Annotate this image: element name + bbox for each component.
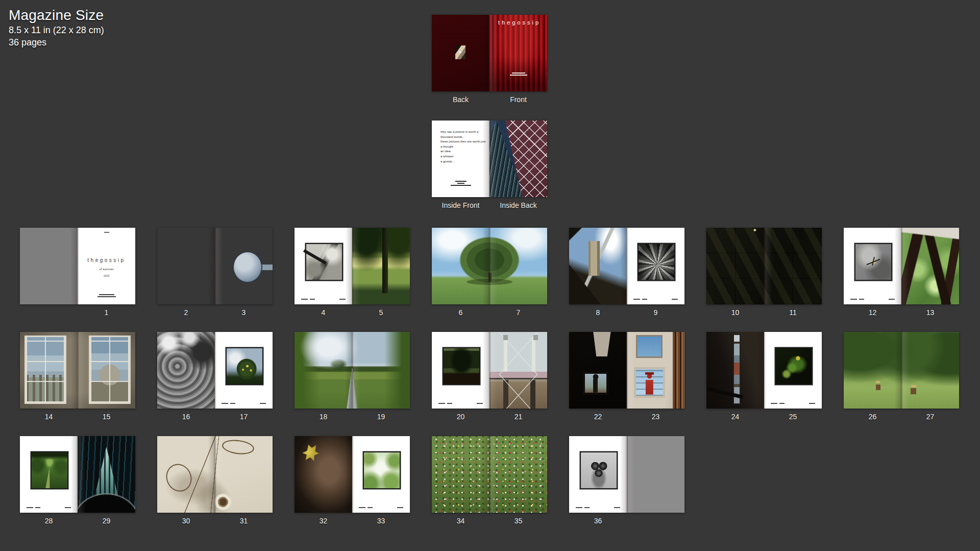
page-number: 13 — [901, 308, 959, 317]
spread-8-9: 89 — [569, 228, 684, 317]
colophon-text — [432, 181, 489, 186]
spread-thumbnail-28-29[interactable] — [20, 436, 135, 513]
spread-thumbnail-18-19[interactable] — [295, 332, 410, 409]
page-number: 19 — [352, 413, 410, 421]
spread-thumbnail-1[interactable]: thegossipof summer2019 — [20, 228, 135, 304]
framed-photo-page-dragonfly — [844, 228, 901, 304]
page-number: 10 — [706, 308, 764, 317]
road-photo — [295, 332, 410, 409]
spread-16-17: 1617 — [157, 332, 273, 421]
leaf-spot-photo — [295, 436, 352, 513]
spread-thumbnail-30-31[interactable] — [157, 436, 273, 513]
spread-18-19: 1819 — [295, 332, 410, 421]
forest-path-photo — [31, 451, 68, 489]
front-cover-label: Front — [489, 95, 547, 104]
cover-spread[interactable]: thegossip Back Front — [432, 15, 547, 104]
spread-4-5: 45 — [295, 228, 410, 317]
wire-wall-photo — [157, 436, 273, 513]
stairwell-photo — [706, 332, 764, 409]
tree-field-photo — [352, 228, 410, 304]
spread-thumbnail-24-25[interactable] — [706, 332, 822, 409]
page-number: 26 — [844, 413, 901, 421]
title-page-year: 2019 — [78, 274, 135, 277]
page-number — [627, 517, 684, 525]
framed-photo-page-shadow-bw — [295, 228, 352, 304]
framed-photo-page-leaf-bw — [627, 228, 684, 304]
canopy-bright-photo — [363, 451, 401, 489]
robot-dark-photo — [569, 332, 627, 409]
page-number: 23 — [627, 413, 684, 421]
framed-photo-page-foliage-night — [764, 332, 822, 409]
bridge-photo — [489, 332, 547, 409]
page-number: 15 — [78, 413, 135, 421]
spread-32-33: 3233 — [295, 436, 410, 525]
spread-thumbnail-34-35[interactable] — [432, 436, 547, 513]
spread-36: 36 — [569, 436, 684, 525]
spread-thumbnail-22-23[interactable] — [569, 332, 684, 409]
page-number: 25 — [764, 413, 822, 421]
glass-dark-photo — [78, 436, 135, 513]
spread-thumbnail-16-17[interactable] — [157, 332, 273, 409]
spread-30-31: 3031 — [157, 436, 273, 525]
framed-photo-page-plums-bw — [569, 436, 627, 513]
spread-thumbnail-32-33[interactable] — [295, 436, 410, 513]
spread-thumbnail-36[interactable] — [569, 436, 684, 513]
title-page: thegossipof summer2019 — [78, 228, 135, 304]
header: Magazine Size 8.5 x 11 in (22 x 28 cm) 3… — [9, 7, 104, 48]
inside-back-label: Inside Back — [489, 201, 547, 209]
page-number: 27 — [901, 413, 959, 421]
inside-cover-spread[interactable]: they say a picture is worth a thousand w… — [432, 121, 547, 209]
inside-spread-thumbnail[interactable]: they say a picture is worth a thousand w… — [432, 121, 547, 197]
pages-grid: thegossipof summer2019123456789101112131… — [20, 228, 959, 525]
window-green-photo — [901, 228, 959, 304]
title-page-title: thegossip — [78, 257, 135, 263]
tower-photo — [569, 228, 627, 304]
spread-1: thegossipof summer20191 — [20, 228, 135, 317]
tree-dark-photo — [443, 347, 480, 385]
page-number: 7 — [489, 308, 547, 317]
spread-thumbnail-20-21[interactable] — [432, 332, 547, 409]
page-number: 2 — [157, 308, 215, 317]
stumps-photo — [844, 332, 959, 409]
cover-subtitle-lines — [489, 73, 547, 76]
inside-back-photo — [489, 121, 547, 197]
spread-6-7: 67 — [432, 228, 547, 317]
spread-28-29: 2829 — [20, 436, 135, 525]
front-cover-photo: thegossip — [489, 15, 547, 91]
page-count: 36 pages — [9, 37, 104, 48]
spread-thumbnail-8-9[interactable] — [569, 228, 684, 304]
page-number: 4 — [295, 308, 352, 317]
page-number: 16 — [157, 413, 215, 421]
page-number: 5 — [352, 308, 410, 317]
spread-10-11: 1011 — [706, 228, 822, 317]
tree-yellow-photo — [226, 347, 263, 385]
robot-light-photo — [627, 332, 684, 409]
spread-thumbnail-6-7[interactable] — [432, 228, 547, 304]
page-number: 14 — [20, 413, 78, 421]
lake-horn-photo — [157, 228, 273, 304]
caption-text — [301, 299, 346, 300]
page-number: 8 — [569, 308, 627, 317]
framed-photo-page-tree-yellow — [215, 332, 273, 409]
spread-thumbnail-26-27[interactable] — [844, 332, 959, 409]
cover-spread-thumbnail[interactable]: thegossip — [432, 15, 547, 91]
title-page-subtitle: of summer — [78, 268, 135, 271]
dragonfly-photo — [854, 243, 892, 281]
spread-thumbnail-2-3[interactable] — [157, 228, 273, 304]
caption-text — [359, 507, 403, 508]
page-number: 1 — [78, 308, 135, 317]
caption-text — [633, 299, 678, 300]
caption-text — [771, 403, 815, 404]
plums-bw-photo — [580, 451, 618, 489]
spread-thumbnail-4-5[interactable] — [295, 228, 410, 304]
spread-thumbnail-14-15[interactable] — [20, 332, 135, 409]
page-number: 30 — [157, 517, 215, 525]
spread-34-35: 3435 — [432, 436, 547, 525]
spread-24-25: 2425 — [706, 332, 822, 421]
back-cover-photo — [432, 15, 489, 91]
framed-photo-page-forest-path — [20, 436, 78, 513]
spread-26-27: 2627 — [844, 332, 959, 421]
spread-thumbnail-10-11[interactable] — [706, 228, 822, 304]
caption-text — [576, 507, 620, 508]
spread-thumbnail-12-13[interactable] — [844, 228, 959, 304]
